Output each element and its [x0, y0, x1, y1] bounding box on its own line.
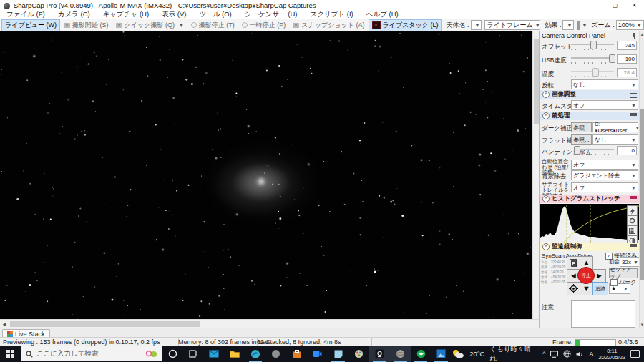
pause-button[interactable]: 一時停止 (P) — [238, 19, 290, 31]
taskbar-synscan[interactable] — [411, 346, 431, 362]
scroll-left-arrow[interactable]: ◄ — [0, 321, 9, 328]
menu-camera[interactable]: カメラ (C) — [52, 10, 97, 19]
reset-stretch-button[interactable] — [627, 215, 638, 226]
background-removal-select[interactable]: グラジエント除去▼ — [571, 170, 638, 180]
live-stack-button[interactable]: ライブスタック (L) — [369, 19, 442, 31]
camera-icon — [64, 23, 70, 28]
banding-value[interactable]: 0 — [617, 146, 637, 155]
taskbar-file-explorer[interactable] — [225, 346, 245, 362]
collapse-icon[interactable]: ^ — [542, 112, 550, 119]
start-button[interactable] — [0, 346, 21, 362]
panel-vertical-scrollbar[interactable]: ▲ ▼ — [639, 31, 644, 328]
auto-stretch-button[interactable] — [627, 205, 638, 216]
close-button[interactable]: ✕ — [625, 0, 644, 10]
taskbar-edge[interactable] — [245, 346, 266, 362]
frame-type-select[interactable]: ライトフレーム▼ — [484, 20, 540, 30]
display-tray-icon[interactable] — [550, 351, 558, 358]
save-stretch-button[interactable] — [627, 225, 638, 236]
dark-browse-button[interactable]: 参照... — [571, 122, 592, 132]
menu-sequencer[interactable]: シーケンサー (U) — [238, 10, 304, 19]
collapse-icon[interactable]: ^ — [542, 243, 550, 250]
minimize-button[interactable]: — — [586, 0, 605, 10]
snapshot-button[interactable]: スナップショット (A) — [289, 19, 368, 31]
panel-header: Camera Control Panel — [540, 31, 640, 40]
taskbar-planetarium[interactable] — [390, 346, 411, 362]
taskbar-task-view[interactable] — [183, 346, 204, 362]
menu-tools[interactable]: ツール (O) — [192, 10, 238, 19]
taskbar-search[interactable]: ここに入力して検索 — [21, 346, 162, 361]
usb-speed-value[interactable]: 100 — [617, 54, 637, 64]
stop-capture-button[interactable]: 撮影停止 (T) — [187, 19, 238, 31]
section-menu-icon[interactable] — [630, 113, 637, 119]
chevron-down-icon[interactable]: ▼ — [582, 23, 587, 28]
network-globe-icon[interactable] — [563, 350, 571, 358]
timestamp-select[interactable]: オフ▼ — [571, 100, 638, 110]
weather-text[interactable]: くもり時々晴れ — [489, 345, 537, 362]
banding-slider[interactable] — [574, 146, 614, 156]
spiral-search-button[interactable] — [567, 256, 580, 270]
start-capture-button[interactable]: 撮影開始 (S) — [60, 19, 112, 31]
hidden-icons-chevron[interactable]: ^ — [542, 351, 545, 358]
satellite-trail-select[interactable]: オフ▼ — [571, 182, 638, 192]
taskbar-cortana[interactable] — [162, 346, 183, 362]
action-center-icon[interactable] — [630, 350, 640, 358]
dark-swatch-button[interactable] — [578, 21, 580, 30]
stop-slew-button[interactable]: 停止 — [577, 267, 595, 284]
menu-help[interactable]: ヘルプ (H) — [360, 10, 405, 19]
menu-capture[interactable]: キャプチャ (U) — [97, 10, 155, 19]
section-preprocess[interactable]: ^ 前処理 — [540, 112, 639, 120]
speaker-icon[interactable] — [576, 351, 584, 358]
flat-file-select[interactable]: なし▼ — [592, 134, 638, 145]
offset-value[interactable]: 245 — [617, 41, 637, 50]
taskbar-sticky-notes[interactable] — [328, 346, 348, 362]
park-checkbox[interactable]: パーク — [610, 278, 636, 286]
scroll-down-arrow[interactable]: ▼ — [640, 323, 644, 327]
section-menu-icon[interactable] — [630, 196, 637, 202]
collapse-icon[interactable]: ^ — [542, 91, 550, 98]
section-telescope-control[interactable]: ^ 望遠鏡制御 — [540, 243, 639, 251]
section-menu-icon[interactable] — [630, 92, 637, 98]
rate-select[interactable]: 32x▼ — [620, 257, 640, 267]
section-image-adjust[interactable]: ^ 画像調整 — [540, 90, 639, 99]
collapse-icon[interactable]: ^ — [542, 195, 550, 202]
live-view-button[interactable]: ライブビュー (W) — [1, 19, 60, 31]
usb-speed-slider[interactable] — [571, 54, 614, 64]
taskbar-store[interactable] — [286, 346, 307, 362]
image-viewport[interactable] — [0, 31, 532, 319]
taskbar-clock[interactable]: 0:11 2022/05/23 — [599, 348, 626, 361]
ime-indicator[interactable]: A — [589, 350, 593, 358]
offset-slider[interactable] — [571, 41, 614, 51]
menu-view[interactable]: 表示 (V) — [155, 10, 192, 19]
weather-temp[interactable]: 20°C — [469, 350, 484, 358]
auto-align-select[interactable]: オフ▼ — [571, 160, 638, 170]
object-name-select[interactable]: ▼ — [471, 20, 482, 30]
maximize-button[interactable]: ▢ — [605, 0, 625, 10]
flat-browse-button[interactable]: 参照... — [571, 134, 592, 145]
taskbar-mail[interactable] — [204, 346, 225, 362]
setup-button[interactable]: セットアップ — [609, 268, 638, 278]
zoom-select[interactable]: 100%▼ — [616, 20, 644, 30]
scrollbar-thumb[interactable] — [10, 321, 200, 327]
quick-capture-button[interactable]: クイック撮影 (Q)▼ — [112, 19, 187, 31]
section-histogram-stretch[interactable]: ^ ヒストグラムストレッチ — [540, 195, 639, 203]
dark-file-select[interactable]: C:¥Users¥user…▼ — [592, 122, 638, 132]
menu-scripting[interactable]: スクリプト (I) — [303, 10, 359, 19]
scrollbar-thumb[interactable] — [640, 109, 644, 280]
taskbar-sharpcap[interactable] — [369, 346, 390, 362]
goto-target-button[interactable] — [567, 282, 580, 295]
pin-icon[interactable] — [632, 33, 637, 39]
tracking-button[interactable]: 追跡 — [592, 282, 608, 295]
taskbar-app-gray[interactable] — [265, 346, 286, 362]
flip-select[interactable]: なし▼ — [571, 79, 638, 89]
menu-file[interactable]: ファイル (F) — [0, 10, 52, 19]
search-doodle-icon — [145, 350, 158, 358]
effects-select[interactable]: ▼ — [562, 20, 574, 30]
taskbar-zoom[interactable] — [307, 346, 328, 362]
taskbar-paint-app[interactable] — [348, 346, 369, 362]
weather-icon[interactable] — [452, 349, 464, 358]
section-menu-icon[interactable] — [630, 244, 637, 250]
taskbar-photos[interactable] — [431, 346, 452, 362]
scroll-up-arrow[interactable]: ▲ — [640, 32, 644, 36]
scrollbar-thumb[interactable] — [534, 39, 539, 124]
note-textarea[interactable] — [571, 300, 635, 328]
